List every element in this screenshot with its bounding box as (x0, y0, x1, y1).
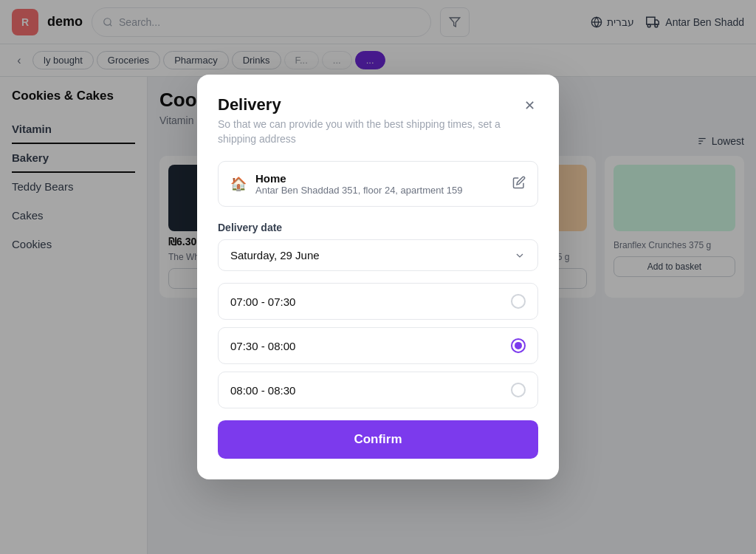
modal-header: Delivery So that we can provide you with… (218, 95, 538, 146)
time-slot-label: 08:00 - 08:30 (230, 384, 295, 397)
address-name: Home (255, 172, 504, 185)
time-slot-2[interactable]: 07:30 - 08:00 (218, 327, 538, 364)
date-select-dropdown[interactable]: Saturday, 29 June (218, 239, 538, 271)
time-slot-1[interactable]: 07:00 - 07:30 (218, 283, 538, 320)
address-detail: Antar Ben Shaddad 351, floor 24, apartme… (255, 185, 504, 196)
selected-date: Saturday, 29 June (230, 249, 320, 261)
modal-close-button[interactable]: ✕ (521, 95, 538, 116)
radio-inner (515, 342, 522, 349)
home-icon: 🏠 (230, 176, 247, 192)
radio-button[interactable] (511, 383, 526, 397)
modal-title-group: Delivery So that we can provide you with… (218, 95, 521, 146)
time-slot-label: 07:00 - 07:30 (230, 295, 295, 308)
edit-icon (512, 176, 526, 189)
address-edit-button[interactable] (512, 176, 526, 192)
radio-button-selected[interactable] (511, 338, 526, 353)
time-slot-3[interactable]: 08:00 - 08:30 (218, 372, 538, 408)
delivery-modal: Delivery So that we can provide you with… (197, 75, 559, 479)
address-card: 🏠 Home Antar Ben Shaddad 351, floor 24, … (218, 161, 538, 207)
chevron-down-icon (514, 250, 526, 261)
delivery-date-label: Delivery date (218, 222, 538, 233)
time-slot-label: 07:30 - 08:00 (230, 340, 295, 352)
radio-button[interactable] (511, 294, 526, 309)
confirm-button[interactable]: Confirm (218, 420, 538, 459)
address-info: Home Antar Ben Shaddad 351, floor 24, ap… (255, 172, 504, 196)
modal-title: Delivery (218, 95, 521, 114)
modal-subtitle: So that we can provide you with the best… (218, 117, 521, 146)
